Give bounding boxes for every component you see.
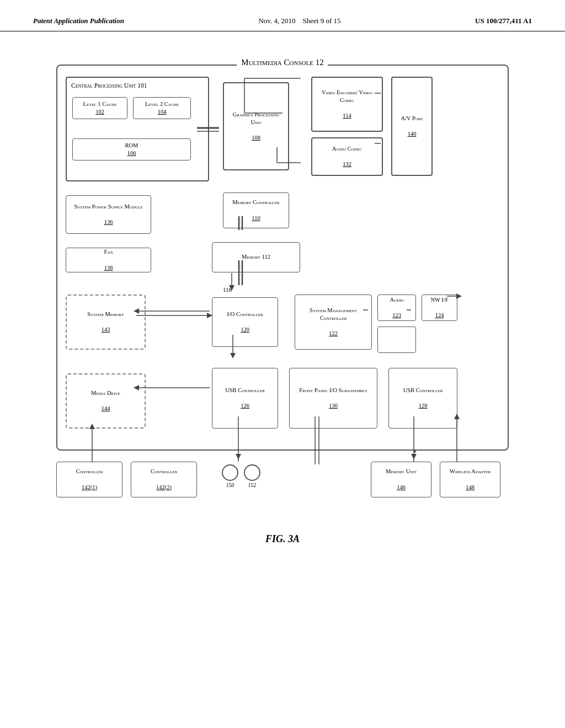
front-panel-box: Front Panel I/O Subassembly 130: [289, 368, 377, 429]
level2-cache-box: Level 2 Cache 104: [133, 97, 191, 119]
circle-150-label: 150: [226, 482, 234, 488]
cpu-box: Central Processing Unit 101 Level 1 Cach…: [66, 77, 209, 181]
audio-123-box: Audio 123: [377, 295, 416, 321]
ctrl-1422-box: Controller 142(2): [131, 462, 197, 497]
mem-controller-box: Memory Controller 110: [223, 192, 289, 228]
nw-if-box: NW I/F 124: [422, 295, 457, 321]
header-center: Nov. 4, 2010 Sheet 9 of 15: [258, 17, 340, 25]
audio-123b-box: [377, 326, 416, 353]
circle-152-label: 152: [248, 482, 257, 488]
sys-power-box: System Power Supply Module 136: [66, 195, 151, 234]
sys-memory-box: System Memory 143: [66, 295, 146, 350]
level1-cache-box: Level 1 Cache 102: [72, 97, 127, 119]
header-sheet: Sheet 9 of 15: [303, 17, 341, 25]
header-left: Patent Application Publication: [33, 17, 124, 25]
usb-ctrl-126-box: USB Controller 126: [212, 368, 278, 429]
audio-codec-box: Audio Codec 132: [311, 137, 383, 176]
diagram-container: Multimedia Console 12 Central Processing…: [45, 53, 520, 511]
circle-connectors: 150 152: [222, 464, 260, 488]
console-outer-box: Multimedia Console 12 Central Processing…: [56, 65, 509, 451]
fig-caption: FIG. 3A: [33, 533, 532, 545]
diagram-area: Multimedia Console 12 Central Processing…: [0, 31, 565, 556]
circle-150: [222, 464, 238, 481]
header-date: Nov. 4, 2010: [258, 17, 295, 25]
av-port-box: A/V Port 140: [391, 77, 433, 176]
mem-unit-box: Memory Unit 146: [371, 462, 431, 497]
video-encoder-box: Video Encoder/ Video Codec 114: [311, 77, 383, 132]
header-right: US 100/277,411 A1: [475, 17, 532, 25]
io-label-118: 118: [223, 286, 232, 293]
cpu-title: Central Processing Unit 101: [71, 82, 147, 89]
page: Patent Application Publication Nov. 4, 2…: [0, 0, 565, 728]
rom-box: ROM 106: [72, 138, 191, 160]
svg-marker-51: [411, 454, 417, 459]
gpu-box: Graphics Processing Unit 108: [223, 82, 289, 170]
io-controller-box: I/O Controller 120: [212, 297, 278, 347]
fan-box: Fan 138: [66, 248, 151, 272]
media-drive-box: Media Drive 144: [66, 373, 146, 429]
svg-marker-45: [236, 454, 241, 459]
console-title: Multimedia Console 12: [237, 58, 328, 67]
ctrl-1421-box: Controller 142(1): [56, 462, 122, 497]
wireless-box: Wireless Adapter 148: [440, 462, 500, 497]
page-header: Patent Application Publication Nov. 4, 2…: [0, 0, 565, 31]
sys-mgmt-box: System Management Controller 122: [295, 295, 372, 350]
usb-ctrl-128-box: USB Controller 128: [388, 368, 457, 429]
memory-box: Memory 112: [212, 242, 300, 272]
circle-152: [244, 464, 260, 481]
